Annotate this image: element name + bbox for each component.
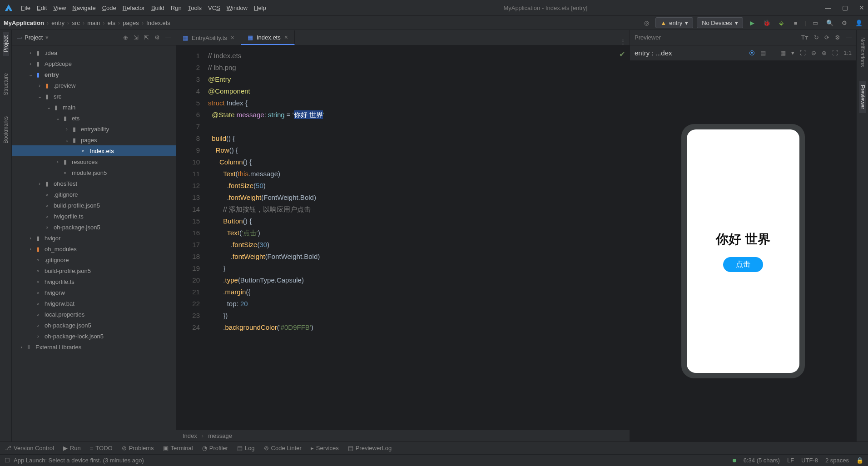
stop-icon[interactable]: ■ <box>790 17 801 28</box>
device-selector[interactable]: No Devices▾ <box>697 17 743 28</box>
tree-item[interactable]: ▫oh-package.json5 <box>12 222 176 233</box>
crumb-entry[interactable]: entry <box>51 20 64 26</box>
crumb-class[interactable]: Index <box>183 432 197 439</box>
tab-entryability[interactable]: ▦EntryAbility.ts× <box>176 30 241 45</box>
inspect-icon[interactable]: ⦿ <box>749 50 755 56</box>
tree-item[interactable]: ⌄▮pages <box>12 134 176 145</box>
status-readonly-icon[interactable]: 🔒 <box>856 457 863 464</box>
bottom-vcs[interactable]: ⎇ Version Control <box>5 445 54 451</box>
status-indent[interactable]: 2 spaces <box>825 457 849 464</box>
bottom-todo[interactable]: ≡ TODO <box>90 445 113 451</box>
maximize-button[interactable]: ▢ <box>842 4 848 11</box>
tree-item[interactable]: ⌄▮main <box>12 102 176 113</box>
bottom-run[interactable]: ▶ Run <box>63 445 81 451</box>
zoomout-icon[interactable]: ⊖ <box>811 50 816 56</box>
tree-item[interactable]: ›▮resources <box>12 156 176 167</box>
dropdown-icon[interactable]: ▾ <box>791 50 794 56</box>
tree-item[interactable]: ▫hvigorw.bat <box>12 298 176 309</box>
status-position[interactable]: 6:34 (5 chars) <box>744 457 780 464</box>
run-icon[interactable]: ▶ <box>747 17 758 28</box>
minimize-button[interactable]: — <box>825 4 831 11</box>
tree-item[interactable]: ▫.gitignore <box>12 189 176 200</box>
menu-navigate[interactable]: Navigate <box>72 5 95 11</box>
tab-previewer[interactable]: Previewer <box>859 81 866 113</box>
crumb-pages[interactable]: pages <box>123 20 139 26</box>
locate-icon[interactable]: ⊕ <box>123 34 128 41</box>
crumb-main[interactable]: main <box>87 20 100 26</box>
tree-item[interactable]: ▫module.json5 <box>12 167 176 178</box>
crumb-ets[interactable]: ets <box>108 20 115 26</box>
tree-item[interactable]: ▫local.properties <box>12 309 176 320</box>
menu-view[interactable]: View <box>53 5 66 11</box>
bottom-terminal[interactable]: ▣ Terminal <box>163 445 193 451</box>
code-area[interactable]: ✔ 12345678910111213141516171819202122232… <box>176 45 630 430</box>
device-screen[interactable]: 你好 世界 点击 <box>687 129 799 373</box>
module-selector[interactable]: ▲entry▾ <box>655 17 693 28</box>
status-encoding[interactable]: UTF-8 <box>801 457 818 464</box>
tree-item[interactable]: ▫hvigorfile.ts <box>12 276 176 287</box>
tab-notifications[interactable]: Notifications <box>859 34 866 70</box>
coverage-icon[interactable]: ⬙ <box>776 17 787 28</box>
code-body[interactable]: // Index.ets // lbh.png @Entry @Componen… <box>208 45 630 430</box>
status-lineending[interactable]: LF <box>787 457 794 464</box>
tree-item[interactable]: ▫Index.ets <box>12 145 176 156</box>
crumb-src[interactable]: src <box>72 20 79 26</box>
hide-icon[interactable]: — <box>846 34 852 41</box>
bottom-linter[interactable]: ⊚ Code Linter <box>264 445 302 451</box>
tab-structure[interactable]: Structure <box>3 69 9 99</box>
tree-item[interactable]: ›⫴External Libraries <box>12 342 176 352</box>
settings-icon[interactable]: ⚙ <box>839 17 850 28</box>
tree-item[interactable]: ▫oh-package.json5 <box>12 320 176 331</box>
tree-item[interactable]: ▫oh-package-lock.json5 <box>12 331 176 342</box>
layers-icon[interactable]: ▤ <box>760 50 766 56</box>
crumb-project[interactable]: MyApplication <box>4 20 44 26</box>
bottom-profiler[interactable]: ◔ Profiler <box>202 445 228 451</box>
tree-item[interactable]: ▫.gitignore <box>12 254 176 265</box>
project-tree[interactable]: ›▮.idea›▮AppScope⌄▮entry›▮.preview⌄▮src⌄… <box>12 45 176 441</box>
tab-bookmarks[interactable]: Bookmarks <box>3 113 9 147</box>
collapse-icon[interactable]: ⇱ <box>144 34 149 41</box>
menu-edit[interactable]: Edit <box>37 5 47 11</box>
zoomin-icon[interactable]: ⊕ <box>822 50 827 56</box>
tabs-menu-icon[interactable]: ⋮ <box>620 38 626 45</box>
tree-item[interactable]: ▫build-profile.json5 <box>12 265 176 276</box>
menu-help[interactable]: Help <box>254 5 266 11</box>
fontsize-icon[interactable]: Tᴛ <box>801 34 808 41</box>
tree-item[interactable]: ›▮hvigor <box>12 233 176 243</box>
crumb-file[interactable]: Index.ets <box>146 20 170 26</box>
account-icon[interactable]: 👤 <box>853 17 864 28</box>
bottom-log[interactable]: ▤ Log <box>237 445 255 451</box>
sync-icon[interactable]: ◎ <box>641 17 652 28</box>
tree-item[interactable]: ›▮entryability <box>12 124 176 134</box>
menu-tools[interactable]: Tools <box>188 5 202 11</box>
fit-icon[interactable]: ⛶ <box>800 50 806 56</box>
menu-refactor[interactable]: Refactor <box>123 5 145 11</box>
crumb-member[interactable]: message <box>208 432 232 439</box>
hide-icon[interactable]: — <box>165 34 171 41</box>
grid-icon[interactable]: ▦ <box>780 50 786 56</box>
tree-item[interactable]: ⌄▮src <box>12 91 176 102</box>
ratio-label[interactable]: 1:1 <box>843 50 852 56</box>
tree-item[interactable]: ›▮.preview <box>12 80 176 91</box>
tab-index[interactable]: ▦Index.ets× <box>241 30 295 45</box>
options-icon[interactable]: ⚙ <box>154 34 160 41</box>
rotate-icon[interactable]: ⟳ <box>824 34 829 41</box>
menu-vcs[interactable]: VCS <box>208 5 220 11</box>
tree-item[interactable]: ⌄▮entry <box>12 69 176 80</box>
tree-item[interactable]: ›▮oh_modules <box>12 243 176 254</box>
bottom-problems[interactable]: ⊘ Problems <box>122 445 154 451</box>
menu-window[interactable]: Window <box>227 5 248 11</box>
status-icon[interactable]: ☐ <box>5 457 10 464</box>
refresh-icon[interactable]: ↻ <box>814 34 819 41</box>
tree-item[interactable]: ▫build-profile.json5 <box>12 200 176 211</box>
tab-project[interactable]: Project <box>3 32 9 56</box>
tree-item[interactable]: ›▮.idea <box>12 47 176 58</box>
tree-item[interactable]: ›▮AppScope <box>12 58 176 69</box>
close-icon[interactable]: × <box>231 34 234 41</box>
close-button[interactable]: ✕ <box>859 4 864 11</box>
menu-run[interactable]: Run <box>171 5 182 11</box>
profiles-icon[interactable]: ▭ <box>810 17 821 28</box>
close-icon[interactable]: × <box>284 34 288 41</box>
menu-build[interactable]: Build <box>151 5 164 11</box>
tree-item[interactable]: ⌄▮ets <box>12 113 176 124</box>
